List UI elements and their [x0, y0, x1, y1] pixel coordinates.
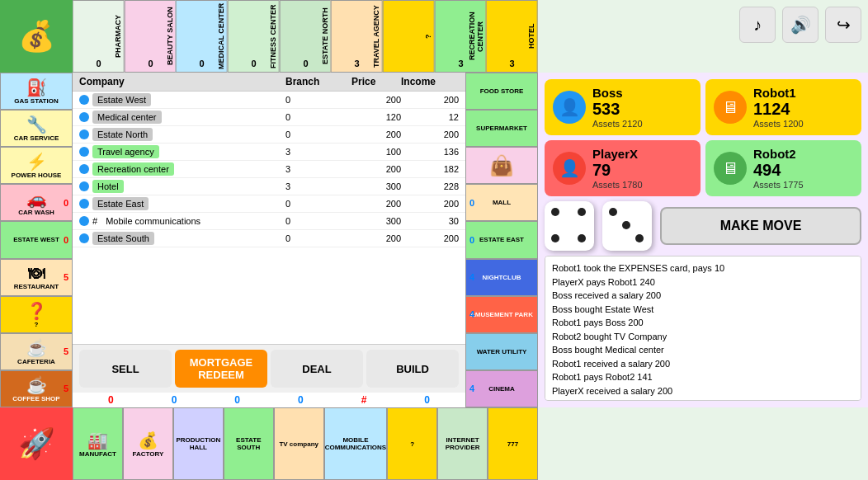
- robot2-assets: Assets 1775: [753, 180, 853, 190]
- top-bar: 💰 0PHARMACY0BEAUTY SALON0MEDICAL CENTER0…: [0, 0, 868, 73]
- table-row[interactable]: Hotel3300228: [73, 178, 465, 195]
- music-button[interactable]: ♪: [739, 7, 776, 43]
- cell-label: RECREATION CENTER: [467, 2, 484, 70]
- rocket-icon: 🚀: [18, 426, 55, 461]
- make-move-button[interactable]: MAKE MOVE: [660, 207, 861, 245]
- player-info-robot1: Robot1 1124 Assets 1200: [753, 86, 853, 129]
- cell-label: CAR SERVICE: [14, 134, 59, 142]
- branch-value: 3: [285, 147, 351, 157]
- table-row[interactable]: Estate West0200200: [73, 92, 465, 109]
- company-name-cell: Hotel: [79, 180, 285, 193]
- cell-icon: ⛽: [26, 78, 47, 97]
- left-cell-cafeteria: 5☕CAFETERIA: [0, 333, 73, 370]
- col-income: Income: [401, 76, 459, 87]
- cell-label: ESTATE NORTH: [320, 8, 328, 65]
- cell-number: 5: [64, 272, 68, 282]
- sell-button[interactable]: SELL: [79, 350, 172, 388]
- right-column: FOOD STORESUPERMARKET👜0MALL0ESTATE EAST4…: [465, 73, 538, 407]
- cell-icon: 👜: [489, 154, 514, 177]
- left-cell-question2: ❓?: [0, 296, 73, 333]
- cell-label: AMUSEMENT PARK: [470, 311, 533, 318]
- cell-label: TV company: [279, 440, 318, 448]
- company-dot: [79, 233, 89, 243]
- playerx-name: PlayerX: [592, 147, 692, 161]
- cell-label: ESTATE WEST: [13, 236, 59, 243]
- table-row[interactable]: Travel agency3100136: [73, 144, 465, 161]
- company-name-cell: Estate East: [79, 197, 285, 210]
- die-dot: [564, 208, 574, 218]
- cell-label: NIGHTCLUB: [482, 274, 521, 281]
- company-dot: [79, 112, 89, 122]
- price-value: 200: [351, 95, 401, 105]
- company-label: Recreation center: [92, 162, 174, 176]
- die-dot: [635, 208, 645, 218]
- right-cell-water: WATER UTILITY: [465, 333, 538, 370]
- company-label: Hotel: [92, 180, 124, 193]
- die-dot: [622, 234, 632, 244]
- die-dot: [578, 234, 586, 242]
- table-row[interactable]: Estate North0200200: [73, 126, 465, 144]
- cell-number: 0: [251, 59, 256, 68]
- company-name-cell: Estate West: [79, 93, 285, 106]
- left-cell-restaurant: 5🍽RESTAURANT: [0, 259, 73, 296]
- table-row[interactable]: #Mobile communications030030: [73, 213, 465, 230]
- top-cell-estate-north: 0ESTATE NORTH: [280, 0, 332, 73]
- income-value: 30: [401, 216, 459, 226]
- cell-number: 0: [96, 59, 101, 68]
- branch-value: 3: [285, 164, 351, 174]
- die-dot: [622, 208, 632, 218]
- cell-label: FOOD STORE: [480, 87, 524, 95]
- table-row[interactable]: Recreation center3200182: [73, 161, 465, 178]
- boss-assets: Assets 2120: [592, 119, 692, 129]
- income-value: 136: [401, 147, 459, 157]
- right-cell-nightclub: 4NIGHTCLUB: [465, 259, 538, 296]
- col-branch: Branch: [285, 76, 351, 87]
- cell-label: HOTEL: [527, 24, 535, 49]
- price-value: 200: [351, 233, 401, 243]
- bottom-row-numbers: 0 0 0 0 # 0: [73, 393, 465, 407]
- die-1: [545, 201, 594, 251]
- income-value: 200: [401, 199, 459, 209]
- cell-number: 3: [510, 59, 515, 68]
- center-area: Company Branch Price Income Estate West0…: [73, 73, 465, 407]
- company-table: Company Branch Price Income Estate West0…: [73, 73, 465, 344]
- company-name-cell: Estate North: [79, 128, 285, 141]
- table-row[interactable]: Medical center012012: [73, 109, 465, 126]
- cell-number: 3: [458, 59, 463, 68]
- left-cell-coffee: 5☕COFFEE SHOP: [0, 370, 73, 407]
- build-button[interactable]: BUILD: [366, 350, 459, 388]
- table-row[interactable]: Estate South0200200: [73, 230, 465, 247]
- cell-label: MEDICAL CENTER: [217, 3, 225, 69]
- cell-number: 5: [64, 384, 68, 393]
- log-entry: Boss bought Medical center: [552, 343, 854, 357]
- cell-icon: ☕: [26, 338, 47, 358]
- cell-label: SUPERMARKET: [476, 125, 527, 132]
- deal-button[interactable]: DEAL: [271, 350, 363, 388]
- log-entry: Robot1 pays Boss 200: [552, 316, 854, 330]
- cell-label: MOBILE COMMUNICATIONS: [325, 436, 387, 451]
- cell-number: 0: [200, 59, 205, 68]
- left-cell-estate-west: 0ESTATE WEST: [0, 221, 73, 258]
- table-row[interactable]: Estate East0200200: [73, 195, 465, 213]
- player-card-boss: 👤 Boss 533 Assets 2120: [545, 79, 701, 135]
- left-cell-car-wash: 0🚗CAR WASH: [0, 184, 73, 221]
- percent-icon: 💰: [18, 19, 55, 54]
- mortgage-button[interactable]: MORTGAGEREDEEM: [175, 350, 267, 388]
- die-dot: [622, 221, 630, 229]
- company-label: Travel agency: [92, 145, 159, 158]
- die-dot: [564, 221, 574, 231]
- die-dot: [609, 234, 619, 244]
- right-cell-mall: 0MALL: [465, 184, 538, 221]
- boss-name: Boss: [592, 86, 692, 100]
- company-label: Estate West: [92, 93, 151, 106]
- die-2: [602, 201, 652, 251]
- branch-value: 0: [285, 112, 351, 122]
- cell-icon: 🏭: [87, 431, 108, 450]
- boss-money: 533: [592, 100, 692, 119]
- die-dot: [635, 221, 645, 231]
- exit-button[interactable]: ↪: [825, 7, 861, 43]
- top-cells: 0PHARMACY0BEAUTY SALON0MEDICAL CENTER0FI…: [73, 0, 538, 73]
- sound-button[interactable]: 🔊: [782, 7, 818, 43]
- price-value: 200: [351, 199, 401, 209]
- company-name-cell: Estate South: [79, 232, 285, 245]
